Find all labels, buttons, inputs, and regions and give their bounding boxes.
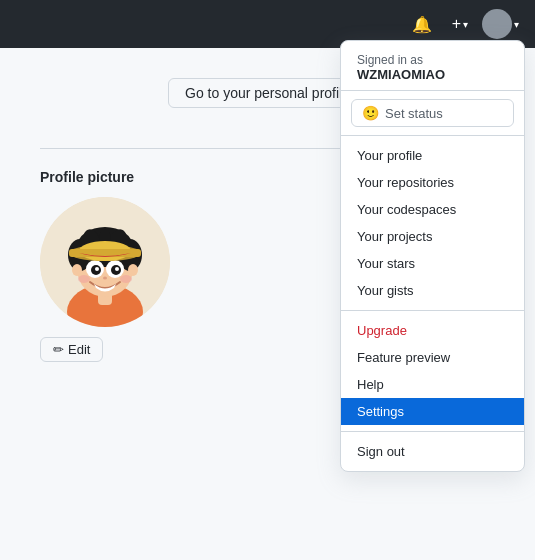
your-gists-item[interactable]: Your gists bbox=[341, 277, 524, 304]
svg-point-10 bbox=[72, 264, 82, 276]
svg-point-11 bbox=[128, 264, 138, 276]
svg-point-20 bbox=[120, 275, 132, 283]
edit-button[interactable]: ✏ Edit bbox=[40, 337, 103, 362]
avatar bbox=[482, 9, 512, 39]
set-status-button[interactable]: 🙂 Set status bbox=[351, 99, 514, 127]
upgrade-item[interactable]: Upgrade bbox=[341, 317, 524, 344]
dropdown-menu: Signed in as WZMIAOMIAO 🙂 Set status You… bbox=[340, 40, 525, 472]
help-item[interactable]: Help bbox=[341, 371, 524, 398]
user-menu-button[interactable]: ▾ bbox=[482, 9, 519, 39]
avatar-container bbox=[40, 197, 170, 327]
smiley-icon: 🙂 bbox=[362, 105, 379, 121]
your-profile-item[interactable]: Your profile bbox=[341, 142, 524, 169]
svg-point-16 bbox=[95, 267, 99, 271]
dropdown-header: Signed in as WZMIAOMIAO bbox=[341, 41, 524, 91]
your-projects-item[interactable]: Your projects bbox=[341, 223, 524, 250]
pencil-icon: ✏ bbox=[53, 342, 64, 357]
menu-section-1: Your profile Your repositories Your code… bbox=[341, 136, 524, 311]
your-codespaces-item[interactable]: Your codespaces bbox=[341, 196, 524, 223]
settings-item[interactable]: Settings bbox=[341, 398, 524, 425]
chevron-down-icon: ▾ bbox=[463, 19, 468, 30]
signed-in-as-text: Signed in as bbox=[357, 53, 508, 67]
set-status-area: 🙂 Set status bbox=[341, 91, 524, 136]
svg-point-18 bbox=[103, 277, 107, 280]
go-to-profile-button[interactable]: Go to your personal profile bbox=[168, 78, 367, 108]
svg-point-17 bbox=[115, 267, 119, 271]
menu-section-3: Sign out bbox=[341, 432, 524, 471]
menu-section-2: Upgrade Feature preview Help Settings bbox=[341, 311, 524, 432]
new-item-button[interactable]: + ▾ bbox=[446, 11, 474, 37]
bell-icon: 🔔 bbox=[412, 15, 432, 34]
username-text: WZMIAOMIAO bbox=[357, 67, 508, 82]
svg-point-19 bbox=[78, 275, 90, 283]
sign-out-item[interactable]: Sign out bbox=[341, 438, 524, 465]
svg-rect-23 bbox=[69, 249, 141, 257]
your-stars-item[interactable]: Your stars bbox=[341, 250, 524, 277]
your-repositories-item[interactable]: Your repositories bbox=[341, 169, 524, 196]
feature-preview-item[interactable]: Feature preview bbox=[341, 344, 524, 371]
notifications-button[interactable]: 🔔 bbox=[406, 11, 438, 38]
chevron-down-icon-user: ▾ bbox=[514, 19, 519, 30]
avatar-image bbox=[40, 197, 170, 327]
plus-icon: + bbox=[452, 15, 461, 33]
